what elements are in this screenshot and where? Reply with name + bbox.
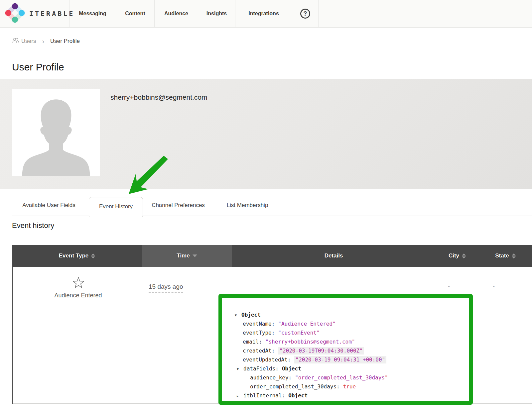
json-line: eventType:"customEvent" [235,328,388,337]
event-history-table: Event Type Time Details City State [12,245,532,404]
breadcrumb: Users › User Profile [12,37,80,46]
profile-email: sherry+bobbins@segment.com [110,93,207,101]
table-row: Audience Entered 15 days ago - - ▼Object… [12,267,532,404]
event-type-star-icon [73,277,84,289]
iterable-logo[interactable]: ITERABLE [0,0,69,27]
json-line: order_completed_last_30days:true [235,382,388,391]
json-line: ▼Object [235,310,388,319]
column-header-state[interactable]: State [479,245,532,267]
chevron-right-icon: › [39,38,47,45]
column-header-details[interactable]: Details [232,245,436,267]
page-title: User Profile [12,61,64,73]
json-line: email:"sherry+bobbins@segment.com" [235,337,388,346]
breadcrumb-users-link[interactable]: Users [12,38,36,45]
json-line: audience_key:"order_completed_last_30day… [235,373,388,382]
iterable-diamond-icon [5,3,25,25]
column-header-city[interactable]: City [436,245,479,267]
sort-icon [512,253,516,258]
help-button[interactable]: ? [292,0,319,27]
breadcrumb-current: User Profile [50,38,80,45]
collapse-toggle-icon[interactable]: ▼ [237,364,243,373]
json-line: ▼dataFields:Object [235,364,388,373]
question-mark-icon: ? [300,9,310,19]
json-line: createdAt:"2020-03-19T09:04:30.000Z" [235,346,388,355]
details-json-tree: ▼Object eventName:"Audience Entered" eve… [235,310,388,400]
event-type-value: Audience Entered [45,292,111,299]
time-value[interactable]: 15 days ago [149,283,183,293]
json-line: ►itblInternal:Object [235,391,388,400]
sort-icon [91,253,95,258]
profile-hero: sherry+bobbins@segment.com [0,79,532,189]
nav-item-content[interactable]: Content [116,0,154,27]
json-line: eventUpdatedAt:"2020-03-19 09:04:31 +00:… [235,355,388,364]
collapse-toggle-icon[interactable]: ▼ [235,311,241,320]
column-header-time[interactable]: Time [142,245,232,267]
nav-item-insights[interactable]: Insights [198,0,235,27]
json-line: eventName:"Audience Entered" [235,319,388,328]
sort-icon [462,253,466,258]
expand-toggle-icon[interactable]: ► [237,391,243,400]
tab-channel-preferences[interactable]: Channel Preferences [145,199,211,211]
nav-item-integrations[interactable]: Integrations [235,0,292,27]
user-profile-page: ITERABLE Messaging Content Audience Insi… [0,0,532,405]
tab-available-user-fields[interactable]: Available User Fields [16,199,82,211]
state-value: - [490,283,497,290]
nav-item-audience[interactable]: Audience [154,0,198,27]
users-icon [12,38,19,45]
tab-event-history[interactable]: Event History [89,197,143,218]
column-header-event-type[interactable]: Event Type [12,245,142,267]
city-value: - [446,283,452,290]
tab-list-membership[interactable]: List Membership [221,199,274,211]
top-nav: ITERABLE Messaging Content Audience Insi… [0,0,532,28]
table-header: Event Type Time Details City State [12,245,532,267]
breadcrumb-users-label: Users [21,38,36,45]
avatar [12,89,100,176]
nav-item-messaging[interactable]: Messaging [69,0,116,27]
section-heading: Event history [12,221,54,230]
brand-wordmark: ITERABLE [29,10,74,18]
sort-desc-icon [193,254,197,257]
